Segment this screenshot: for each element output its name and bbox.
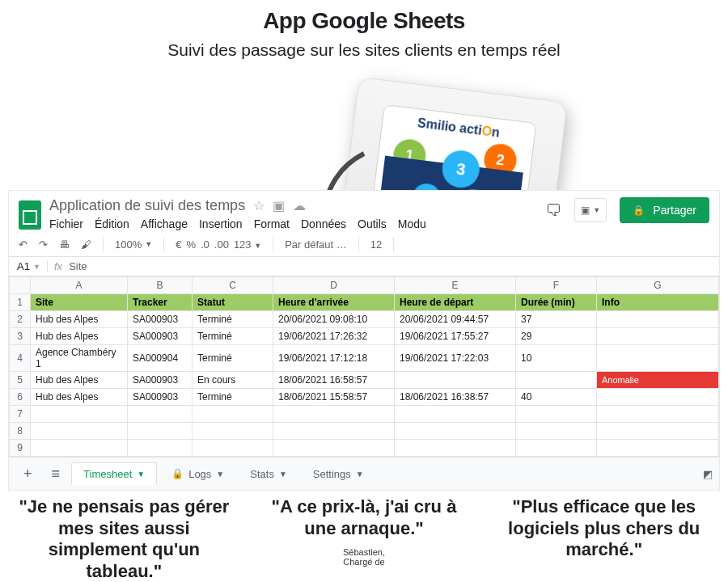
comments-icon[interactable]: 🗨 bbox=[545, 201, 561, 220]
header-cell[interactable]: Info bbox=[597, 294, 719, 311]
cell[interactable]: 37 bbox=[516, 311, 597, 328]
cell[interactable]: 40 bbox=[516, 389, 597, 406]
header-cell[interactable]: Durée (min) bbox=[516, 294, 597, 311]
col-header[interactable]: C bbox=[193, 277, 273, 294]
cell[interactable] bbox=[597, 345, 719, 372]
sheet-tab-stats[interactable]: Stats ▼ bbox=[239, 462, 298, 485]
explore-icon[interactable]: ◩ bbox=[703, 468, 713, 480]
header-cell[interactable]: Heure de départ bbox=[395, 294, 516, 311]
cell[interactable]: 19/06/2021 17:55:27 bbox=[395, 328, 516, 345]
name-box[interactable]: A1▼ bbox=[9, 260, 48, 272]
cell[interactable]: En cours bbox=[193, 372, 273, 389]
row-header[interactable]: 2 bbox=[10, 311, 31, 328]
row-header[interactable]: 7 bbox=[10, 406, 31, 423]
cell[interactable]: Agence Chambéry 1 bbox=[31, 345, 128, 372]
header-cell[interactable]: Tracker bbox=[128, 294, 193, 311]
cell[interactable] bbox=[597, 328, 719, 345]
cell[interactable]: SA000904 bbox=[128, 345, 193, 372]
row-header[interactable]: 5 bbox=[10, 372, 31, 389]
cell[interactable]: 20/06/2021 09:08:10 bbox=[273, 311, 395, 328]
col-header[interactable]: F bbox=[516, 277, 597, 294]
cell[interactable]: 29 bbox=[516, 328, 597, 345]
sheet-tabs: + ≡ Timesheet ▼🔒Logs ▼Stats ▼Settings ▼ … bbox=[9, 457, 719, 490]
star-icon[interactable]: ☆ bbox=[253, 198, 265, 213]
row-header[interactable]: 4 bbox=[10, 345, 31, 372]
menu-insert[interactable]: Insertion bbox=[199, 217, 243, 230]
sheet-tab-timesheet[interactable]: Timesheet ▼ bbox=[71, 462, 157, 485]
chevron-down-icon: ▼ bbox=[356, 470, 364, 479]
cell[interactable]: SA000903 bbox=[128, 311, 193, 328]
lock-icon: 🔒 bbox=[171, 468, 184, 479]
row-header[interactable]: 3 bbox=[10, 328, 31, 345]
col-header[interactable]: E bbox=[395, 277, 516, 294]
cell[interactable]: 18/06/2021 16:38:57 bbox=[395, 389, 516, 406]
sheet-tab-logs[interactable]: 🔒Logs ▼ bbox=[160, 462, 235, 485]
col-header[interactable]: A bbox=[31, 277, 128, 294]
currency-icon[interactable]: € bbox=[176, 238, 181, 251]
cell[interactable]: Hub des Alpes bbox=[31, 311, 128, 328]
cell[interactable]: Terminé bbox=[193, 328, 273, 345]
number-format[interactable]: 123 ▼ bbox=[234, 238, 261, 251]
cell[interactable]: 19/06/2021 17:22:03 bbox=[395, 345, 516, 372]
col-header[interactable]: G bbox=[597, 277, 719, 294]
increase-decimal[interactable]: .00 bbox=[214, 238, 229, 251]
row-header[interactable]: 9 bbox=[10, 440, 31, 457]
cell[interactable]: SA000903 bbox=[128, 372, 193, 389]
sheet-tab-settings[interactable]: Settings ▼ bbox=[302, 462, 375, 485]
cell[interactable]: Hub des Alpes bbox=[31, 328, 128, 345]
meet-button[interactable]: ▣ ▼ bbox=[574, 198, 607, 222]
cell[interactable]: SA000903 bbox=[128, 328, 193, 345]
cell[interactable] bbox=[597, 311, 719, 328]
font-size-select[interactable]: 12 bbox=[370, 238, 382, 251]
zoom-select[interactable]: 100%▼ bbox=[115, 238, 152, 251]
cell[interactable]: Anomalie bbox=[597, 372, 719, 389]
header-cell[interactable]: Heure d'arrivée bbox=[273, 294, 395, 311]
page-subtitle: Suivi des passage sur les sites clients … bbox=[0, 40, 728, 60]
share-button[interactable]: 🔒Partager bbox=[620, 197, 709, 223]
cell[interactable]: Hub des Alpes bbox=[31, 372, 128, 389]
cell[interactable]: 18/06/2021 16:58:57 bbox=[273, 372, 395, 389]
cell[interactable] bbox=[597, 389, 719, 406]
all-sheets-button[interactable]: ≡ bbox=[44, 465, 69, 483]
menu-view[interactable]: Affichage bbox=[141, 217, 188, 230]
cell[interactable]: Terminé bbox=[193, 311, 273, 328]
menu-tools[interactable]: Outils bbox=[358, 217, 387, 230]
decrease-decimal[interactable]: .0 bbox=[201, 238, 210, 251]
cell[interactable]: 10 bbox=[516, 345, 597, 372]
cell[interactable]: 19/06/2021 17:12:18 bbox=[273, 345, 395, 372]
cell[interactable]: Hub des Alpes bbox=[31, 389, 128, 406]
cell[interactable]: Terminé bbox=[193, 389, 273, 406]
header-cell[interactable]: Site bbox=[31, 294, 128, 311]
undo-icon[interactable]: ↶ bbox=[19, 238, 28, 251]
menu-addons[interactable]: Modu bbox=[398, 217, 426, 230]
cell[interactable] bbox=[516, 372, 597, 389]
cell[interactable]: SA000903 bbox=[128, 389, 193, 406]
menu-data[interactable]: Données bbox=[301, 217, 346, 230]
cell[interactable]: 19/06/2021 17:26:32 bbox=[273, 328, 395, 345]
row-header[interactable]: 1 bbox=[10, 294, 31, 311]
add-sheet-button[interactable]: + bbox=[15, 465, 40, 483]
col-header[interactable]: B bbox=[128, 277, 193, 294]
cell[interactable] bbox=[395, 372, 516, 389]
doc-name[interactable]: Application de suivi des temps bbox=[49, 197, 245, 214]
row-header[interactable]: 8 bbox=[10, 423, 31, 440]
font-select[interactable]: Par défaut … bbox=[285, 238, 347, 251]
cell[interactable]: Terminé bbox=[193, 345, 273, 372]
cell[interactable]: 18/06/2021 15:58:57 bbox=[273, 389, 395, 406]
percent-icon[interactable]: % bbox=[186, 238, 196, 251]
menu-edit[interactable]: Édition bbox=[95, 217, 129, 230]
formula-input[interactable] bbox=[69, 260, 719, 272]
redo-icon[interactable]: ↷ bbox=[39, 238, 48, 251]
col-header[interactable]: D bbox=[273, 277, 395, 294]
menu-format[interactable]: Format bbox=[254, 217, 290, 230]
header-cell[interactable]: Statut bbox=[193, 294, 273, 311]
menu-file[interactable]: Fichier bbox=[49, 217, 83, 230]
move-folder-icon[interactable]: ▣ bbox=[273, 198, 285, 213]
select-all-cell[interactable] bbox=[10, 277, 31, 294]
row-header[interactable]: 6 bbox=[10, 389, 31, 406]
lock-icon: 🔒 bbox=[633, 205, 645, 216]
spreadsheet-grid[interactable]: A B C D E F G 1SiteTrackerStatutHeure d'… bbox=[9, 276, 719, 457]
paint-format-icon[interactable]: 🖌 bbox=[81, 238, 91, 251]
cell[interactable]: 20/06/2021 09:44:57 bbox=[395, 311, 516, 328]
print-icon[interactable]: 🖶 bbox=[59, 238, 70, 251]
